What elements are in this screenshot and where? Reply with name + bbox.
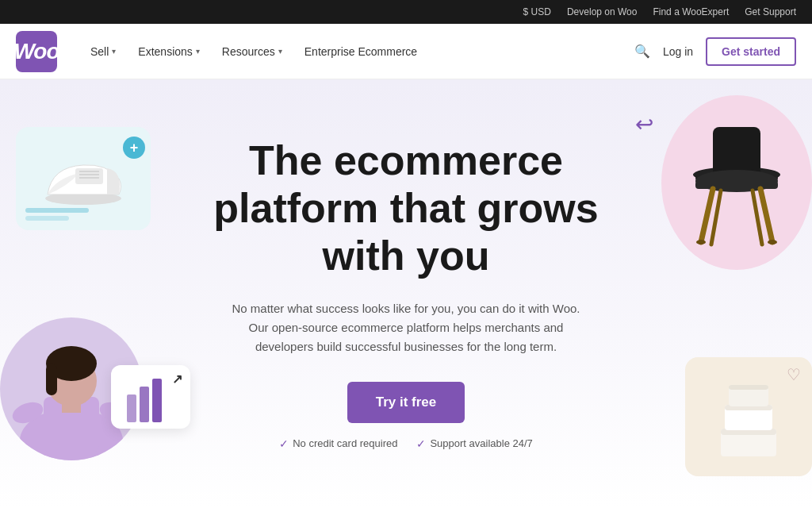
shoe-visual: + (28, 143, 139, 214)
search-icon[interactable]: 🔍 (634, 44, 650, 59)
nav-resources[interactable]: Resources ▾ (213, 39, 292, 64)
svg-rect-11 (46, 364, 57, 395)
trend-arrow-icon: ↗ (172, 371, 182, 387)
svg-line-19 (760, 189, 772, 242)
svg-rect-1 (75, 168, 103, 184)
heart-icon: ♡ (787, 365, 801, 384)
analytics-card: ↗ (111, 365, 190, 429)
bar-chart-bar (140, 387, 149, 422)
support-badge: ✓ Support available 24/7 (416, 437, 532, 450)
chair-card (661, 95, 812, 270)
shoe-card: + (16, 127, 151, 230)
badge-label: No credit card required (293, 437, 397, 449)
nav-links: Sell ▾ Extensions ▾ Resources ▾ Enterpri… (81, 39, 634, 64)
chevron-down-icon: ▾ (196, 47, 200, 56)
login-button[interactable]: Log in (663, 45, 693, 58)
main-nav: Woo Sell ▾ Extensions ▾ Resources ▾ Ente… (0, 24, 812, 79)
shoe-illustration (40, 151, 127, 206)
find-expert-link[interactable]: Find a WooExpert (653, 6, 729, 17)
candle-illustration (701, 369, 796, 464)
chair-illustration (673, 103, 800, 262)
hero-title: The ecommerce platform that grows with y… (200, 137, 612, 279)
curl-arrow-icon: ↩ (635, 111, 653, 137)
hero-section: + (0, 79, 812, 508)
hero-content: The ecommerce platform that grows with y… (200, 137, 612, 449)
currency-selector[interactable]: $ USD (523, 6, 551, 17)
plus-badge: + (123, 137, 145, 159)
svg-line-18 (701, 189, 713, 242)
nav-actions: 🔍 Log in Get started (634, 37, 796, 66)
check-icon: ✓ (279, 437, 289, 450)
bar-chart-bar (127, 394, 136, 422)
hero-deco-left: + (0, 111, 182, 492)
get-started-button[interactable]: Get started (706, 37, 796, 66)
support-link[interactable]: Get Support (745, 6, 796, 17)
nav-extensions[interactable]: Extensions ▾ (128, 39, 209, 64)
logo[interactable]: Woo (16, 31, 57, 72)
svg-point-22 (696, 240, 706, 244)
svg-rect-29 (729, 385, 768, 390)
chevron-down-icon: ▾ (278, 47, 282, 56)
develop-link[interactable]: Develop on Woo (567, 6, 638, 17)
no-credit-card-badge: ✓ No credit card required (279, 437, 397, 450)
top-bar: $ USD Develop on Woo Find a WooExpert Ge… (0, 0, 812, 24)
try-free-button[interactable]: Try it free (347, 382, 465, 423)
nav-sell[interactable]: Sell ▾ (81, 39, 125, 64)
chevron-down-icon: ▾ (112, 47, 116, 56)
svg-point-23 (768, 240, 777, 244)
logo-box: Woo (16, 31, 57, 72)
candle-card: ♡ (685, 357, 812, 476)
hero-subtitle: No matter what success looks like for yo… (232, 299, 580, 356)
bar-chart-bar (152, 379, 162, 422)
svg-rect-12 (62, 400, 81, 413)
svg-rect-17 (695, 181, 778, 189)
check-icon: ✓ (416, 437, 426, 450)
nav-enterprise[interactable]: Enterprise Ecommerce (295, 39, 427, 64)
product-lines (25, 208, 89, 224)
logo-wordmark: Woo (13, 39, 59, 64)
badge-label: Support available 24/7 (430, 437, 532, 449)
hero-badges: ✓ No credit card required ✓ Support avai… (200, 437, 612, 450)
hero-deco-right: ↩ ♡ (653, 95, 812, 508)
